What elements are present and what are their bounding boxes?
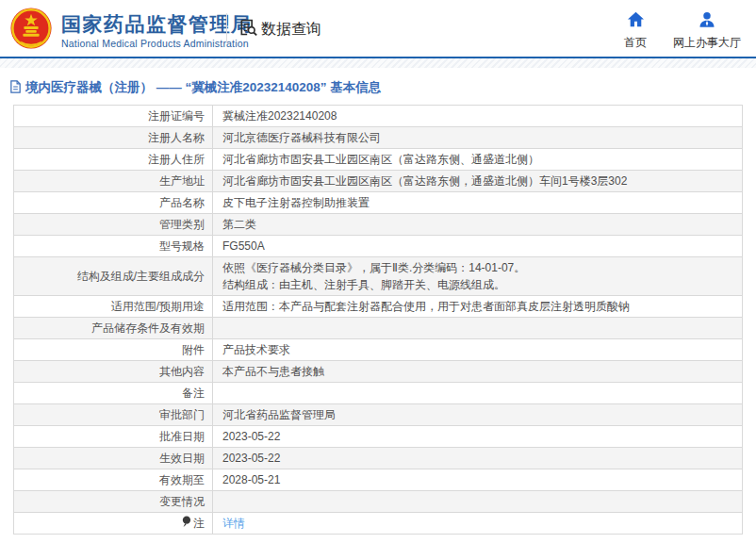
detail-table: 注册证编号冀械注准20232140208注册人名称河北京德医疗器械科技有限公司注… [13, 105, 743, 535]
row-label-text: 批准日期 [159, 429, 205, 445]
detail-table-body: 注册证编号冀械注准20232140208注册人名称河北京德医疗器械科技有限公司注… [14, 106, 743, 535]
table-row: 注详情 [14, 513, 743, 535]
nav-online-hall-label: 网上办事大厅 [673, 35, 741, 51]
row-label: 附件 [14, 339, 213, 361]
table-row: 审批部门河北省药品监督管理局 [14, 404, 743, 426]
row-label: 注册证编号 [14, 106, 213, 127]
row-label: 适用范围/预期用途 [14, 296, 213, 318]
row-label: 管理类别 [14, 214, 213, 236]
table-row: 生产地址河北省廊坊市固安县工业园区南区（富达路东侧，通盛道北侧）车间1号楼3层3… [14, 171, 743, 192]
logo-block[interactable]: 国家药品监督管理局 National Medical Products Admi… [9, 7, 253, 54]
row-label-text: 型号规格 [159, 239, 205, 255]
row-value: 2023-05-22 [213, 426, 743, 448]
row-label: 产品储存条件及有效期 [14, 318, 213, 339]
row-value: 详情 [213, 513, 743, 535]
data-query-label: 数据查询 [261, 20, 321, 40]
row-label: 生产地址 [14, 171, 213, 192]
row-label-text: 管理类别 [159, 217, 205, 233]
table-row: 注册证编号冀械注准20232140208 [14, 106, 743, 127]
table-row: 管理类别第二类 [14, 214, 743, 236]
row-value: 适用范围：本产品与配套注射器配合使用，用于对患者面部真皮层注射透明质酸钠 [213, 296, 743, 318]
row-label-text: 结构及组成/主要组成成分 [77, 269, 205, 285]
row-value: 河北京德医疗器械科技有限公司 [213, 127, 743, 149]
row-label: 有效期至 [14, 469, 213, 491]
national-emblem-logo [9, 7, 53, 54]
row-label-text: 产品名称 [159, 195, 205, 211]
table-row: 备注 [14, 383, 743, 404]
table-row: 其他内容本产品不与患者接触 [14, 361, 743, 383]
table-row: 结构及组成/主要组成成分依照《医疗器械分类目录》，属于Ⅱ类.分类编码：14-01… [14, 257, 743, 296]
row-label: 产品名称 [14, 192, 213, 214]
row-label-text: 备注 [182, 386, 205, 402]
row-label: 备注 [14, 383, 213, 404]
table-row: 变更情况 [14, 491, 743, 513]
detail-link[interactable]: 详情 [222, 517, 245, 530]
row-value: 2028-05-21 [213, 469, 743, 491]
nav-online-hall[interactable]: 网上办事大厅 [673, 11, 741, 51]
row-label: 注册人住所 [14, 149, 213, 171]
row-value: 冀械注准20232140208 [213, 106, 743, 127]
row-label: 型号规格 [14, 236, 213, 257]
header-hatch-band [0, 58, 756, 68]
pin-icon [181, 516, 191, 531]
row-value: 第二类 [213, 214, 743, 236]
site-header: 国家药品监督管理局 National Medical Products Admi… [0, 0, 756, 57]
row-label: 结构及组成/主要组成成分 [14, 257, 213, 296]
row-label-text: 附件 [182, 342, 205, 358]
row-label: 其他内容 [14, 361, 213, 383]
table-row: 生效日期2023-05-22 [14, 448, 743, 469]
table-row: 有效期至2028-05-21 [14, 469, 743, 491]
row-value: 产品技术要求 [213, 339, 743, 361]
row-label: 注册人名称 [14, 127, 213, 149]
row-value [213, 383, 743, 404]
row-label-text: 其他内容 [159, 364, 205, 380]
document-icon [9, 80, 22, 96]
nav-home[interactable]: 首页 [624, 11, 647, 51]
row-label-text: 产品储存条件及有效期 [91, 321, 205, 337]
home-icon [627, 11, 645, 31]
row-label: 批准日期 [14, 426, 213, 448]
row-value [213, 318, 743, 339]
table-row: 产品名称皮下电子注射器控制助推装置 [14, 192, 743, 214]
row-label-text: 生效日期 [159, 451, 205, 467]
row-value: 2023-05-22 [213, 448, 743, 469]
row-label-text: 变更情况 [159, 494, 205, 510]
breadcrumb-text: 境内医疗器械（注册） —— “冀械注准20232140208” 基本信息 [25, 79, 381, 96]
main-content: 境内医疗器械（注册） —— “冀械注准20232140208” 基本信息 注册证… [0, 79, 756, 535]
row-label-text: 注册人名称 [148, 130, 205, 146]
row-value: 河北省廊坊市固安县工业园区南区（富达路东侧、通盛道北侧） [213, 149, 743, 171]
header-divider [226, 13, 227, 43]
table-row: 适用范围/预期用途适用范围：本产品与配套注射器配合使用，用于对患者面部真皮层注射… [14, 296, 743, 318]
table-row: 产品储存条件及有效期 [14, 318, 743, 339]
row-value: FG550A [213, 236, 743, 257]
table-row: 批准日期2023-05-22 [14, 426, 743, 448]
row-label-text: 注 [193, 516, 205, 532]
table-row: 型号规格FG550A [14, 236, 743, 257]
row-label: 变更情况 [14, 491, 213, 513]
row-value: 依照《医疗器械分类目录》，属于Ⅱ类.分类编码：14-01-07。 结构组成：由主… [213, 257, 743, 296]
row-label-text: 注册证编号 [148, 108, 205, 124]
row-label-text: 注册人住所 [148, 152, 205, 168]
table-row: 附件产品技术要求 [14, 339, 743, 361]
row-label-text: 有效期至 [159, 472, 205, 488]
site-title: 国家药品监督管理局 [61, 12, 253, 37]
row-label-text: 生产地址 [159, 173, 205, 189]
row-value: 本产品不与患者接触 [213, 361, 743, 383]
row-value: 皮下电子注射器控制助推装置 [213, 192, 743, 214]
row-label: 审批部门 [14, 404, 213, 426]
site-subtitle: National Medical Products Administration [61, 38, 253, 49]
row-value: 河北省药品监督管理局 [213, 404, 743, 426]
table-row: 注册人住所河北省廊坊市固安县工业园区南区（富达路东侧、通盛道北侧） [14, 149, 743, 171]
document-search-icon [238, 18, 257, 41]
breadcrumb: 境内医疗器械（注册） —— “冀械注准20232140208” 基本信息 [9, 79, 756, 96]
row-label: 生效日期 [14, 448, 213, 469]
row-label-text: 适用范围/预期用途 [111, 299, 205, 315]
nav-home-label: 首页 [624, 35, 647, 51]
row-value [213, 491, 743, 513]
row-label: 注 [14, 513, 213, 535]
header-nav: 首页 网上办事大厅 [624, 11, 741, 51]
table-row: 注册人名称河北京德医疗器械科技有限公司 [14, 127, 743, 149]
data-query-tab[interactable]: 数据查询 [238, 18, 321, 41]
row-label-text: 审批部门 [159, 407, 205, 423]
row-value: 河北省廊坊市固安县工业园区南区（富达路东侧，通盛道北侧）车间1号楼3层302 [213, 171, 743, 192]
